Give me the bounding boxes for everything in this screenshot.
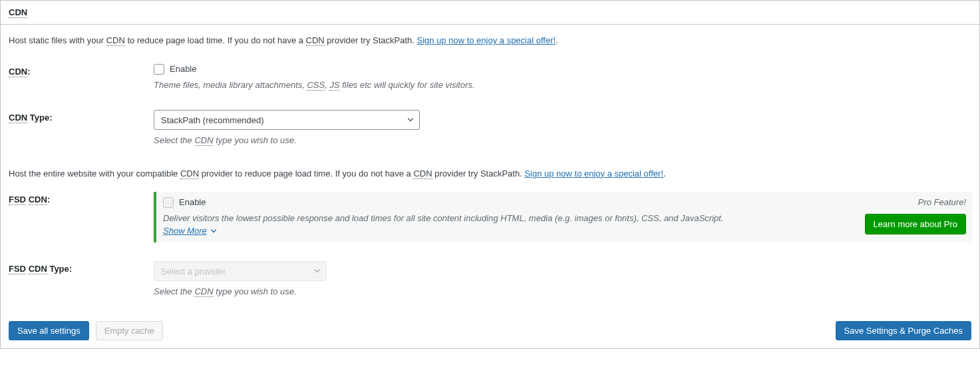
fsd-help: Deliver visitors the lowest possible res… (163, 212, 849, 225)
row-cdn-enable: CDN: Enable Theme files, media library a… (7, 55, 973, 101)
fsd-enable-label: Enable (179, 197, 206, 207)
signup-link[interactable]: Sign up now to enjoy a special offer! (416, 35, 556, 45)
cdn-abbr: CDN (106, 35, 125, 46)
row-cdn-type: CDN Type: StackPath (recommended) Select… (7, 101, 973, 157)
cdn-enable-checkbox[interactable] (154, 64, 164, 75)
fsd-enable-checkbox (163, 197, 174, 208)
cdn-label: CDN: (7, 64, 154, 77)
show-more-link[interactable]: Show More (163, 226, 218, 236)
pro-feature-badge: Pro Feature! (860, 197, 966, 207)
fsd-cdn-type-help: Select the CDN type you wish to use. (154, 285, 973, 298)
cdn-type-select[interactable]: StackPath (recommended) (154, 110, 420, 130)
cdn-abbr: CDN (306, 35, 325, 46)
pro-feature-box: Enable Deliver visitors the lowest possi… (154, 192, 973, 243)
panel-body: Host static files with your CDN to reduc… (1, 25, 979, 348)
save-purge-button[interactable]: Save Settings & Purge Caches (836, 321, 972, 340)
empty-cache-button: Empty cache (96, 321, 163, 340)
cdn-type-help: Select the CDN type you wish to use. (154, 134, 973, 147)
cdn-help: Theme files, media library attachments, … (154, 79, 973, 92)
panel-title: CDN (9, 7, 27, 18)
chevron-down-icon (210, 227, 218, 235)
save-all-button[interactable]: Save all settings (9, 321, 89, 340)
fsd-cdn-label: FSD CDN: (7, 192, 154, 204)
cdn-type-label: CDN Type: (7, 110, 154, 123)
intro-text-1: Host static files with your CDN to reduc… (7, 31, 973, 55)
cdn-enable-label: Enable (170, 64, 196, 74)
cdn-settings-panel: CDN Host static files with your CDN to r… (0, 0, 980, 349)
row-fsd-cdn-type: FSD CDN Type: Select a provider Select t… (7, 252, 973, 308)
footer: Save all settings Empty cache Save Setti… (7, 308, 973, 343)
cdn-abbr: CDN (9, 7, 27, 18)
fsd-cdn-type-select: Select a provider (154, 261, 327, 281)
learn-more-pro-button[interactable]: Learn more about Pro (865, 214, 966, 234)
cdn-abbr: CDN (180, 169, 199, 179)
panel-header: CDN (1, 1, 979, 25)
signup-link-2[interactable]: Sign up now to enjoy a special offer! (524, 169, 663, 179)
fsd-cdn-type-label: FSD CDN Type: (7, 261, 154, 274)
cdn-abbr: CDN (413, 169, 432, 179)
row-fsd-cdn: FSD CDN: Enable Deliver visitors the low… (7, 183, 973, 252)
intro-text-2: Host the entire website with your compat… (7, 157, 973, 183)
